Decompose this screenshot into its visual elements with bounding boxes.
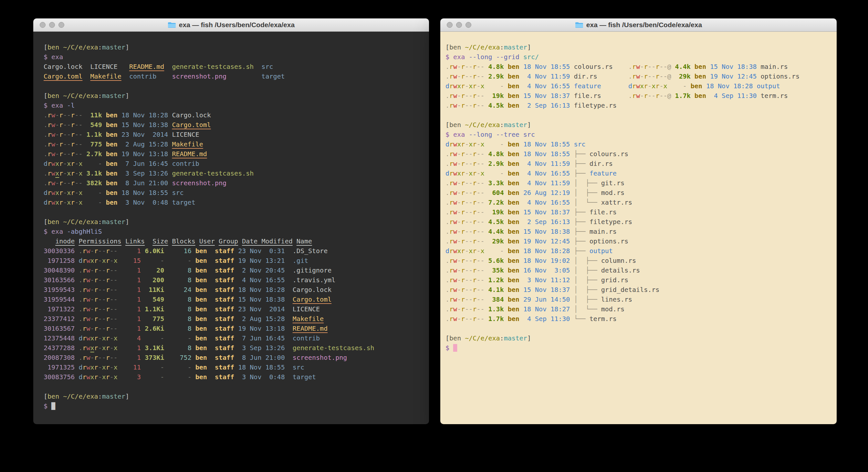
terminal-line: .rw-r--r-- 2.9k ben 4 Nov 11:59 dir.rs .… [445, 71, 830, 81]
terminal-line: 12375448 drwxr-xr-x 4 - - ben staff 7 Ju… [43, 333, 423, 343]
terminal-line [43, 207, 423, 217]
terminal-line: .rw-r--r-- 35k ben 16 Nov 3:05 │ ├── det… [445, 265, 830, 275]
terminal-line: 1971258 drwxr-xr-x 15 - - ben staff 19 N… [43, 256, 423, 265]
terminal-line: .rw-r--r-- 1.3k ben 18 Nov 18:27 │ └── m… [445, 304, 830, 314]
terminal-line: Cargo.toml Makefile contrib screenshot.p… [43, 71, 423, 81]
terminal-line: [ben ~/C/e/exa:master] [445, 42, 830, 52]
terminal-line: .rw-r--r-- 19k ben 15 Nov 18:37 file.rs … [445, 91, 830, 100]
terminal-line: .rw-r--r-- 382k ben 8 Jun 21:00 screensh… [43, 178, 423, 188]
terminal-line: 24377288 .rwxr-xr-x 1 3.1Ki 8 ben staff … [43, 343, 423, 353]
terminal-line: [ben ~/C/e/exa:master] [43, 391, 423, 401]
terminal-line: drwxr-xr-x - ben 3 Nov 0:48 target [43, 198, 423, 207]
terminal-line: drwxr-xr-x - ben 4 Nov 16:55 ├── feature [445, 169, 830, 178]
terminal-line: 30163566 .rw-r--r-- 1 200 8 ben staff 4 … [43, 275, 423, 285]
terminal-line: .rw-r--r-- 1.7k ben 4 Sep 11:30 └── term… [445, 314, 830, 324]
terminal-window-dark: exa — fish /Users/ben/Code/exa/exa [ben … [33, 19, 429, 424]
terminal-line: 20087308 .rw-r--r-- 1 373Ki 752 ben staf… [43, 353, 423, 362]
terminal-line: $ exa [43, 52, 423, 62]
minimize-button[interactable] [456, 22, 462, 28]
terminal-line: 23377412 .rw-r--r-- 1 775 8 ben staff 2 … [43, 314, 423, 324]
terminal-line: 31959543 .rw-r--r-- 1 11Ki 24 ben staff … [43, 285, 423, 295]
window-title-text: exa — fish /Users/ben/Code/exa/exa [179, 21, 294, 29]
terminal-line: 30083756 drwxr-xr-x 3 - - ben staff 3 No… [43, 372, 423, 382]
terminal-line: .rwxr-xr-x 3.1k ben 3 Sep 13:26 generate… [43, 169, 423, 178]
titlebar[interactable]: exa — fish /Users/ben/Code/exa/exa [33, 19, 429, 32]
terminal-line: $ █ [445, 343, 830, 353]
terminal-line: .rw-r--r-- 3.3k ben 4 Nov 11:59 │ ├── gi… [445, 178, 830, 188]
minimize-button[interactable] [49, 22, 55, 28]
zoom-button[interactable] [59, 22, 64, 28]
window-title: exa — fish /Users/ben/Code/exa/exa [168, 21, 294, 29]
terminal-line: .rw-r--r-- 4.8k ben 18 Nov 18:55 colours… [445, 62, 830, 71]
terminal-line: [ben ~/C/e/exa:master] [43, 217, 423, 227]
terminal-line [43, 382, 423, 391]
terminal-line: .rw-r--r-- 2.9k ben 4 Nov 11:59 ├── dir.… [445, 159, 830, 169]
terminal-line: .rw-r--r-- 2.7k ben 19 Nov 13:18 README.… [43, 149, 423, 159]
terminal-window-light: exa — fish /Users/ben/Code/exa/exa [ben … [440, 19, 837, 424]
terminal-line [43, 81, 423, 91]
close-button[interactable] [40, 22, 45, 28]
terminal-line: 30048390 .rw-r--r-- 1 20 8 ben staff 2 N… [43, 265, 423, 275]
terminal-line: 30163567 .rw-r--r-- 1 2.6Ki 8 ben staff … [43, 324, 423, 333]
terminal-line: .rw-r--r-- 11k ben 18 Nov 18:28 Cargo.lo… [43, 110, 423, 120]
close-button[interactable] [447, 22, 453, 28]
terminal-line: .rw-r--r-- 4.5k ben 2 Sep 16:13 ├── file… [445, 217, 830, 227]
terminal-line: inode Permissions Links Size Blocks User… [43, 236, 423, 246]
terminal-line: .rw-r--r-- 775 ben 2 Aug 15:28 Makefile [43, 139, 423, 149]
window-title: exa — fish /Users/ben/Code/exa/exa [575, 21, 702, 29]
terminal-line: .rw-r--r-- 4.8k ben 18 Nov 18:55 ├── col… [445, 149, 830, 159]
terminal-screen[interactable]: [ben ~/C/e/exa:master]$ exa --long --gri… [440, 32, 837, 424]
terminal-line: .rw-r--r-- 384 ben 29 Jun 14:50 │ ├── li… [445, 295, 830, 304]
window-controls [40, 22, 64, 28]
terminal-line: 1971325 drwxr-xr-x 11 - - ben staff 18 N… [43, 362, 423, 372]
terminal-line: [ben ~/C/e/exa:master] [445, 333, 830, 343]
terminal-line: .rw-r--r-- 4.5k ben 2 Sep 16:13 filetype… [445, 100, 830, 110]
terminal-line: [ben ~/C/e/exa:master] [43, 91, 423, 100]
terminal-line: $ exa -abghHliS [43, 227, 423, 236]
terminal-line: $ exa --long --grid src/ [445, 52, 830, 62]
terminal-line: [ben ~/C/e/exa:master] [43, 42, 423, 52]
terminal-line: .rw-r--r-- 549 ben 15 Nov 18:38 Cargo.to… [43, 120, 423, 130]
terminal-line: .rw-r--r-- 4.4k ben 15 Nov 18:38 ├── mai… [445, 227, 830, 236]
window-title-text: exa — fish /Users/ben/Code/exa/exa [586, 21, 702, 29]
terminal-line: drwxr-xr-x - ben 18 Nov 18:28 ├── output [445, 246, 830, 256]
terminal-line: $ exa --long --tree src [445, 130, 830, 139]
folder-icon [168, 22, 176, 28]
terminal-line: 30030336 .rw-r--r-- 1 6.0Ki 16 ben staff… [43, 246, 423, 256]
titlebar[interactable]: exa — fish /Users/ben/Code/exa/exa [440, 19, 837, 32]
terminal-line: .rw-r--r-- 1.1k ben 23 Nov 2014 LICENCE [43, 130, 423, 139]
terminal-line: drwxr-xr-x - ben 18 Nov 18:55 src [43, 188, 423, 198]
window-controls [447, 22, 471, 28]
terminal-screen[interactable]: [ben ~/C/e/exa:master]$ exaCargo.lock LI… [33, 32, 429, 424]
terminal-line: [ben ~/C/e/exa:master] [445, 120, 830, 130]
terminal-line: drwxr-xr-x - ben 18 Nov 18:55 src [445, 139, 830, 149]
zoom-button[interactable] [465, 22, 471, 28]
terminal-line: .rw-r--r-- 19k ben 15 Nov 18:37 ├── file… [445, 207, 830, 217]
terminal-line: Cargo.lock LICENCE README.md generate-te… [43, 62, 423, 71]
terminal-line [445, 324, 830, 333]
terminal-line: .rw-r--r-- 604 ben 26 Aug 12:19 │ ├── mo… [445, 188, 830, 198]
terminal-line: .rw-r--r-- 7.2k ben 4 Nov 16:55 │ └── xa… [445, 198, 830, 207]
terminal-line: $ █ [43, 401, 423, 411]
terminal-line: drwxr-xr-x - ben 4 Nov 16:55 feature drw… [445, 81, 830, 91]
terminal-line: .rw-r--r-- 1.2k ben 3 Nov 11:12 │ ├── gr… [445, 275, 830, 285]
terminal-line: .rw-r--r-- 4.1k ben 15 Nov 18:37 │ ├── g… [445, 285, 830, 295]
folder-icon [575, 22, 583, 28]
terminal-line: 31959544 .rw-r--r-- 1 549 8 ben staff 15… [43, 295, 423, 304]
terminal-line: .rw-r--r-- 5.6k ben 18 Nov 19:02 │ ├── c… [445, 256, 830, 265]
terminal-line: $ exa -l [43, 100, 423, 110]
terminal-line [445, 110, 830, 120]
terminal-line: .rw-r--r-- 29k ben 19 Nov 12:45 ├── opti… [445, 236, 830, 246]
terminal-line: drwxr-xr-x - ben 7 Jun 16:45 contrib [43, 159, 423, 169]
desktop: { "colors": { "desktop_bg": "#000000", "… [0, 0, 868, 472]
terminal-line: 1971322 .rw-r--r-- 1 1.1Ki 8 ben staff 2… [43, 304, 423, 314]
